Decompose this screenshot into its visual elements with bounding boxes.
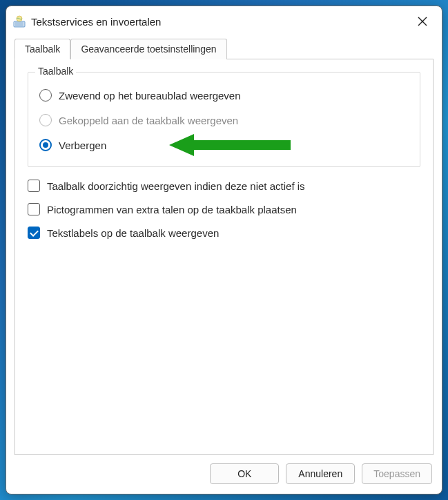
button-label: Annuleren (298, 468, 342, 479)
annotation-arrow-icon (169, 131, 293, 159)
checkbox-extra-lang-icons[interactable]: Pictogrammen van extra talen op de taakb… (28, 203, 420, 215)
dialog-window: Tekstservices en invoertalen Taalbalk Ge… (6, 6, 442, 494)
tab-taalbalk[interactable]: Taalbalk (14, 39, 70, 59)
radio-hidden[interactable]: Verbergen (39, 139, 409, 151)
checkbox-text-labels[interactable]: Tekstlabels op de taalbalk weergeven (28, 227, 420, 239)
close-button[interactable] (410, 12, 435, 31)
content-area: Taalbalk Geavanceerde toetsinstellingen … (6, 35, 442, 455)
radio-label: Gekoppeld aan de taakbalk weergeven (59, 115, 238, 126)
tab-advanced-key-settings[interactable]: Geavanceerde toetsinstellingen (70, 39, 226, 59)
checkbox-icon (28, 180, 40, 192)
checkbox-label: Tekstlabels op de taalbalk weergeven (47, 227, 219, 239)
svg-marker-7 (169, 134, 291, 156)
radio-icon (39, 114, 52, 126)
radio-docked-taskbar: Gekoppeld aan de taakbalk weergeven (39, 114, 409, 126)
radio-label: Verbergen (59, 140, 106, 151)
app-icon (13, 15, 26, 28)
ok-button[interactable]: OK (210, 463, 279, 484)
tab-strip: Taalbalk Geavanceerde toetsinstellingen (14, 39, 434, 59)
checkbox-icon (28, 227, 40, 239)
radio-floating-desktop[interactable]: Zwevend op het bureaublad weergeven (39, 89, 409, 102)
radio-icon (39, 139, 52, 151)
titlebar: Tekstservices en invoertalen (6, 6, 442, 35)
checkbox-transparent-inactive[interactable]: Taalbalk doorzichtig weergeven indien de… (28, 180, 420, 192)
groupbox-legend: Taalbalk (35, 66, 76, 77)
button-label: Toepassen (373, 468, 420, 479)
radio-icon (39, 89, 52, 102)
button-label: OK (237, 468, 251, 479)
tab-label: Geavanceerde toetsinstellingen (81, 44, 216, 55)
groupbox-taalbalk: Taalbalk Zwevend op het bureaublad weerg… (28, 72, 420, 167)
checkbox-label: Taalbalk doorzichtig weergeven indien de… (47, 180, 305, 192)
button-bar: OK Annuleren Toepassen (6, 455, 442, 494)
cancel-button[interactable]: Annuleren (286, 463, 355, 484)
radio-label: Zwevend op het bureaublad weergeven (59, 90, 241, 102)
window-title: Tekstservices en invoertalen (31, 16, 410, 28)
apply-button: Toepassen (362, 463, 432, 484)
checkbox-label: Pictogrammen van extra talen op de taakb… (47, 204, 297, 215)
checkbox-icon (28, 203, 40, 215)
tab-label: Taalbalk (25, 44, 60, 55)
tab-panel-taalbalk: Taalbalk Zwevend op het bureaublad weerg… (14, 59, 434, 455)
